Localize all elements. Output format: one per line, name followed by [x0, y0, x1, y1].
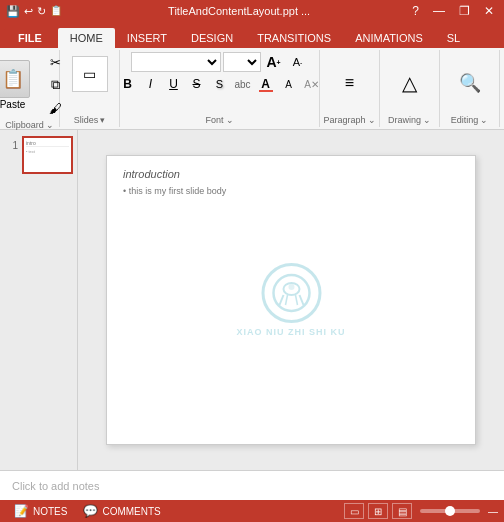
view-reading-icon: ▤	[398, 506, 407, 517]
zoom-level-label: —	[488, 506, 498, 517]
paste-button[interactable]: 📋 Paste	[0, 52, 36, 118]
notes-placeholder: Click to add notes	[12, 480, 99, 492]
help-button[interactable]: ?	[408, 4, 423, 18]
redo-icon[interactable]: ↻	[37, 5, 46, 18]
editing-label: Editing ⌄	[451, 115, 489, 125]
font-expand-icon[interactable]: ⌄	[226, 115, 234, 125]
new-slide-button[interactable]: ▭	[64, 52, 116, 96]
clipboard-label: Clipboard ⌄	[5, 120, 54, 130]
font-group: A+ A- B I U S S abc A A	[120, 50, 320, 127]
drawing-shapes-button[interactable]: △	[392, 65, 428, 101]
ribbon: 📋 Paste ✂ ⧉ 🖌 Clipboard ⌄ ▭	[0, 48, 504, 130]
view-grid-icon: ⊞	[374, 506, 382, 517]
slide-panel: 1 intro • text	[0, 130, 78, 470]
svg-line-4	[285, 295, 287, 305]
more-effects-button[interactable]: abc	[232, 74, 254, 94]
paragraph-icon: ≡	[345, 74, 354, 92]
paragraph-expand-icon[interactable]: ⌄	[368, 115, 376, 125]
ribbon-scroll[interactable]: ▲▼	[500, 50, 504, 127]
editing-icon: 🔍	[459, 72, 481, 94]
status-right: ▭ ⊞ ▤ —	[344, 503, 498, 519]
font-color-button[interactable]: A	[255, 74, 277, 94]
decrease-font-button[interactable]: A-	[287, 52, 309, 72]
slide-title: introduction	[123, 168, 459, 180]
drawing-label: Drawing ⌄	[388, 115, 431, 125]
font-highlight-button[interactable]: A	[278, 74, 300, 94]
slides-label: Slides ▾	[74, 115, 106, 125]
svg-line-2	[279, 295, 283, 305]
paragraph-group: ≡ Paragraph ⌄	[320, 50, 380, 127]
slides-button: ▭	[64, 52, 116, 113]
close-button[interactable]: ✕	[480, 4, 498, 18]
tab-insert[interactable]: INSERT	[115, 28, 179, 48]
increase-font-button[interactable]: A+	[263, 52, 285, 72]
find-replace-button[interactable]: 🔍	[452, 65, 488, 101]
svg-point-0	[273, 275, 309, 311]
clipboard-group: 📋 Paste ✂ ⧉ 🖌 Clipboard ⌄	[0, 50, 60, 127]
drawing-icon: △	[402, 71, 417, 95]
view-grid-button[interactable]: ⊞	[368, 503, 388, 519]
slide-canvas-area: introduction this is my first slide body	[78, 130, 504, 470]
slide-thumbnail-1[interactable]: intro • text	[22, 136, 73, 174]
slides-expand-icon[interactable]: ▾	[100, 115, 105, 125]
clipboard-expand-icon[interactable]: ⌄	[46, 120, 54, 130]
tab-home[interactable]: HOME	[58, 28, 115, 48]
paste-label: Paste	[0, 99, 25, 110]
ribbon-tab-bar: FILE HOME INSERT DESIGN TRANSITIONS ANIM…	[0, 22, 504, 48]
bold-button[interactable]: B	[117, 74, 139, 94]
view-normal-button[interactable]: ▭	[344, 503, 364, 519]
svg-point-6	[288, 284, 294, 290]
tab-design[interactable]: DESIGN	[179, 28, 245, 48]
font-name-select[interactable]	[131, 52, 221, 72]
restore-button[interactable]: ❐	[455, 4, 474, 18]
shadow-button[interactable]: S	[209, 74, 231, 94]
paragraph-label: Paragraph ⌄	[323, 115, 375, 125]
font-color-a: A	[259, 77, 273, 92]
undo-icon[interactable]: ↩	[24, 5, 33, 18]
slide-canvas[interactable]: introduction this is my first slide body	[106, 155, 476, 445]
italic-button[interactable]: I	[140, 74, 162, 94]
strikethrough-button[interactable]: S	[186, 74, 208, 94]
notes-status-label: NOTES	[33, 506, 67, 517]
window-controls: ? — ❐ ✕	[408, 4, 498, 18]
zoom-thumb[interactable]	[445, 506, 455, 516]
tab-transitions[interactable]: TRANSITIONS	[245, 28, 343, 48]
drawing-group: △ Drawing ⌄	[380, 50, 440, 127]
tab-sl[interactable]: SL	[435, 28, 472, 48]
underline-button[interactable]: U	[163, 74, 185, 94]
comments-status-label: COMMENTS	[102, 506, 160, 517]
comments-status-item[interactable]: 💬 COMMENTS	[75, 500, 168, 522]
font-name-row: A+ A-	[131, 52, 309, 72]
save-icon[interactable]: 💾	[6, 5, 20, 18]
watermark-text: XIAO NIU ZHI SHI KU	[236, 327, 345, 337]
drawing-button: △	[392, 52, 428, 113]
editing-expand-icon[interactable]: ⌄	[480, 115, 488, 125]
minimize-button[interactable]: —	[429, 4, 449, 18]
drawing-expand-icon[interactable]: ⌄	[423, 115, 431, 125]
title-bar: 💾 ↩ ↻ 📋 TitleAndContentLayout.ppt ... ? …	[0, 0, 504, 22]
view-reading-button[interactable]: ▤	[392, 503, 412, 519]
view-normal-icon: ▭	[350, 506, 359, 517]
customize-icon[interactable]: 📋	[50, 5, 62, 18]
editing-group: 🔍 Editing ⌄	[440, 50, 500, 127]
zoom-slider[interactable]	[420, 509, 480, 513]
slide-number-1: 1	[4, 140, 18, 151]
main-area: 1 intro • text introduction this is my f…	[0, 130, 504, 470]
tab-animations[interactable]: ANIMATIONS	[343, 28, 435, 48]
editing-button: 🔍	[452, 52, 488, 113]
notes-status-icon: 📝	[14, 504, 29, 518]
comments-status-icon: 💬	[83, 504, 98, 518]
notes-status-item[interactable]: 📝 NOTES	[6, 500, 75, 522]
slide-thumb-row-1: 1 intro • text	[4, 136, 73, 174]
font-label: Font ⌄	[205, 115, 233, 125]
paragraph-button[interactable]: ≡	[335, 68, 365, 98]
svg-line-5	[295, 295, 297, 305]
font-controls: A+ A- B I U S S abc A A	[128, 52, 311, 113]
font-size-select[interactable]	[223, 52, 261, 72]
copy-icon: ⧉	[51, 77, 60, 93]
tab-file[interactable]: FILE	[4, 28, 56, 48]
window-title: TitleAndContentLayout.ppt ...	[70, 5, 408, 17]
notes-area[interactable]: Click to add notes	[0, 470, 504, 500]
slide-body: this is my first slide body	[123, 186, 459, 196]
new-slide-icon: ▭	[72, 56, 108, 92]
